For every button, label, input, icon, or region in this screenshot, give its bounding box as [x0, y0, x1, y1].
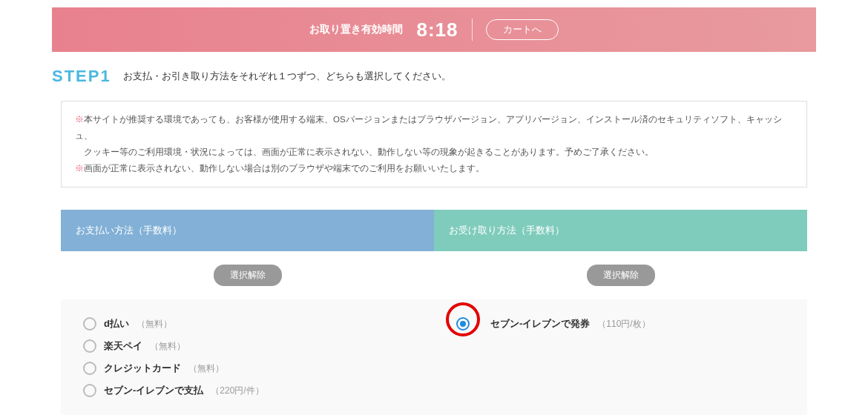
payment-column: お支払い方法（手数料） 選択解除 d払い （無料） 楽天ペイ （無料） クレジッ… [61, 210, 434, 415]
option-label: d払い [104, 317, 129, 331]
cart-button[interactable]: カートへ [486, 19, 559, 40]
notice-line-1: ※本サイトが推奨する環境であっても、お客様が使用する端末、OSバージョンまたはブ… [75, 112, 793, 145]
notice-text-1a: 本サイトが推奨する環境であっても、お客様が使用する端末、OSバージョンまたはブラ… [75, 115, 782, 140]
radio-icon[interactable] [83, 317, 96, 331]
banner-time: 8:18 [416, 19, 458, 42]
payment-options: d払い （無料） 楽天ペイ （無料） クレジットカード （無料） セブン-イレブ… [61, 299, 434, 415]
payment-clear-button[interactable]: 選択解除 [214, 265, 282, 286]
notice-mark-icon: ※ [75, 115, 84, 124]
option-fee: （220円/件） [211, 385, 263, 397]
radio-selected-icon [460, 321, 466, 327]
step-label: STEP1 [52, 67, 111, 86]
option-fee: （無料） [188, 362, 224, 375]
option-label: セブン-イレブンで発券 [490, 317, 590, 331]
pickup-option-seveneleven[interactable]: セブン-イレブンで発券 （110円/枚） [456, 313, 785, 335]
notice-mark-icon: ※ [75, 164, 84, 173]
banner-label: お取り置き有効時間 [309, 23, 403, 36]
payment-option-rakutenpay[interactable]: 楽天ペイ （無料） [83, 335, 412, 357]
pickup-header: お受け取り方法（手数料） [434, 210, 807, 251]
payment-clear-row: 選択解除 [61, 251, 434, 299]
notice-text-2: 画面が正常に表示されない、動作しない場合は別のブラウザや端末でのご利用をお願いい… [84, 164, 484, 173]
option-label: 楽天ペイ [104, 339, 142, 353]
notice-box: ※本サイトが推奨する環境であっても、お客様が使用する端末、OSバージョンまたはブ… [61, 101, 807, 187]
option-fee: （無料） [137, 318, 172, 331]
option-fee: （無料） [150, 340, 185, 353]
pickup-clear-button[interactable]: 選択解除 [587, 265, 655, 286]
radio-icon[interactable] [83, 339, 96, 353]
reservation-banner: お取り置き有効時間 8:18 カートへ [52, 7, 816, 52]
step-header: STEP1 お支払・お引き取り方法をそれぞれ１つずつ、どちらも選択してください。 [52, 67, 816, 86]
option-fee: （110円/枚） [597, 318, 650, 331]
method-columns: お支払い方法（手数料） 選択解除 d払い （無料） 楽天ペイ （無料） クレジッ… [61, 210, 807, 415]
payment-option-dbarai[interactable]: d払い （無料） [83, 313, 412, 335]
option-label: クレジットカード [104, 362, 181, 375]
radio-icon[interactable] [83, 384, 96, 397]
pickup-options: セブン-イレブンで発券 （110円/枚） [434, 299, 807, 415]
banner-divider [472, 19, 473, 41]
payment-option-seveneleven[interactable]: セブン-イレブンで支払 （220円/件） [83, 379, 412, 402]
radio-icon[interactable] [83, 362, 96, 375]
payment-option-creditcard[interactable]: クレジットカード （無料） [83, 357, 412, 379]
notice-line-1b: クッキー等のご利用環境・状況によっては、画面が正常に表示されない、動作しない等の… [75, 145, 793, 161]
step-description: お支払・お引き取り方法をそれぞれ１つずつ、どちらも選択してください。 [123, 70, 451, 83]
radio-icon[interactable] [456, 317, 470, 331]
pickup-clear-row: 選択解除 [434, 251, 807, 299]
notice-line-2: ※画面が正常に表示されない、動作しない場合は別のブラウザや端末でのご利用をお願い… [75, 161, 793, 177]
payment-header: お支払い方法（手数料） [61, 210, 434, 251]
pickup-column: お受け取り方法（手数料） 選択解除 セブン-イレブンで発券 （110円/枚） [434, 210, 807, 415]
option-label: セブン-イレブンで支払 [104, 384, 203, 397]
